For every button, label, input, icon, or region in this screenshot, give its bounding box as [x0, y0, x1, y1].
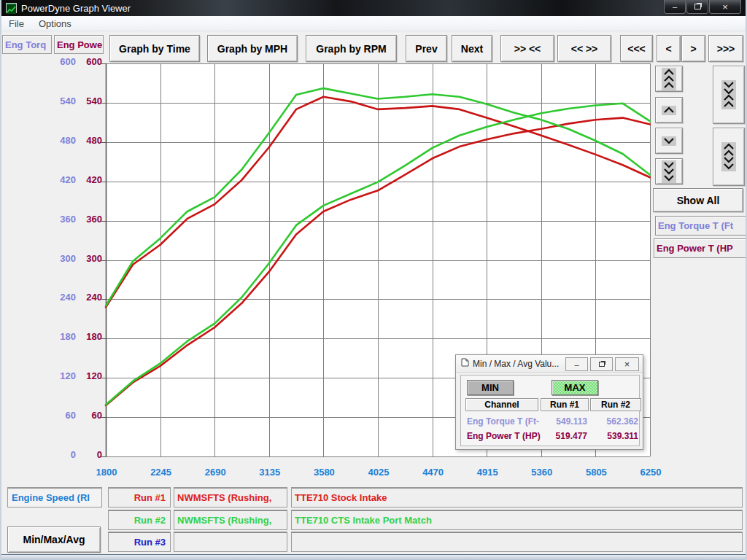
- row-torque-run1: 549.113: [542, 416, 587, 427]
- minmaxavg-button[interactable]: Min/Max/Avg: [7, 526, 101, 553]
- y-tick-power-240: 240: [66, 292, 102, 303]
- y-tick-power-180: 180: [66, 331, 102, 343]
- x-tick-2690: 2690: [193, 467, 238, 478]
- minmax-restore-button[interactable]: [590, 357, 613, 371]
- run-desc-1: TTE710 Stock Intake: [291, 487, 743, 508]
- menu-bar: File Options: [1, 16, 747, 31]
- row-torque-channel: Eng Torque T (Ft-: [467, 416, 539, 427]
- col-header-channel: Channel: [465, 398, 538, 411]
- col-header-run1: Run #1: [541, 398, 589, 411]
- toolbar-button-graph-by-mph[interactable]: Graph by MPH: [207, 35, 298, 62]
- tab-eng-torque[interactable]: Eng Torq: [2, 35, 52, 54]
- y-tick-power-360: 360: [66, 214, 102, 225]
- window-bottom-frame: [1, 554, 747, 560]
- y-tick-power-540: 540: [66, 96, 102, 107]
- max-button[interactable]: MAX: [551, 380, 598, 395]
- y-tick-power-60: 60: [66, 410, 102, 421]
- x-tick-4470: 4470: [411, 467, 456, 478]
- scroll-down-icon: [662, 136, 676, 146]
- run-file-1: NWMSFTS (Rushing,: [174, 487, 287, 508]
- toolbar-button-graph-by-time[interactable]: Graph by Time: [109, 35, 200, 62]
- minmax-close-button[interactable]: ×: [615, 357, 639, 371]
- minmax-title: Min / Max / Avg Valu...: [473, 359, 559, 369]
- run-label-2[interactable]: Run #2: [108, 510, 171, 530]
- scroll-up-fast-icon: [662, 68, 676, 90]
- run-desc-3: [291, 532, 743, 552]
- x-tick-3580: 3580: [301, 467, 347, 478]
- show-all-button[interactable]: Show All: [653, 188, 743, 212]
- window-title: PowerDyne Graph Viewer: [21, 3, 131, 14]
- row-torque-run2: 562.362: [592, 416, 638, 427]
- row-power-run1: 519.477: [542, 431, 587, 441]
- menu-file[interactable]: File: [1, 17, 31, 31]
- run-desc-2: TTE710 CTS Intake Port Match: [291, 510, 743, 530]
- run-file-2: NWMSFTS (Rushing,: [174, 510, 287, 530]
- x-tick-5805: 5805: [573, 467, 619, 478]
- app-icon: [6, 3, 17, 13]
- row-power-channel: Eng Power T (HP): [467, 431, 541, 441]
- minmax-window[interactable]: Min / Max / Avg Valu... – × MIN MAX Chan…: [455, 354, 643, 450]
- x-tick-4025: 4025: [356, 467, 401, 478]
- scroll-up-icon: [662, 106, 676, 115]
- x-tick-2245: 2245: [139, 467, 184, 478]
- document-icon: [461, 358, 469, 369]
- x-axis-channel-button[interactable]: Engine Speed (RI: [7, 487, 102, 508]
- expand-vertical-button[interactable]: [713, 128, 745, 186]
- restore-button[interactable]: [686, 0, 708, 14]
- powerdyne-window: PowerDyne Graph Viewer – × File Options …: [0, 0, 747, 560]
- scroll-down-button[interactable]: [655, 128, 683, 154]
- y-tick-power-300: 300: [66, 253, 102, 265]
- channel-button-eng-torque[interactable]: Eng Torque T (Ft: [655, 216, 747, 236]
- row-power-run2: 539.311: [592, 431, 638, 441]
- x-tick-1800: 1800: [84, 467, 129, 478]
- col-header-run2: Run #2: [590, 398, 641, 411]
- scroll-down-fast-button[interactable]: [655, 158, 683, 184]
- scroll-down-fast-icon: [662, 160, 676, 183]
- title-bar[interactable]: PowerDyne Graph Viewer – ×: [1, 0, 747, 16]
- toolbar-button-prev[interactable]: Prev: [406, 35, 447, 62]
- scroll-up-fast-button[interactable]: [655, 66, 683, 92]
- x-tick-3135: 3135: [247, 467, 293, 478]
- y-tick-power-480: 480: [66, 135, 102, 147]
- run-file-3: [174, 532, 287, 552]
- y-tick-power-420: 420: [66, 174, 102, 186]
- minmax-titlebar[interactable]: Min / Max / Avg Valu... – ×: [456, 355, 643, 373]
- y-tick-power-120: 120: [66, 370, 102, 382]
- run-label-3[interactable]: Run #3: [108, 532, 171, 552]
- toolbar-button-[interactable]: >>>: [708, 35, 743, 62]
- tab-eng-power[interactable]: Eng Powe: [54, 35, 104, 54]
- toolbar-button-[interactable]: <: [657, 35, 681, 62]
- toolbar-button-[interactable]: >: [681, 35, 705, 62]
- channel-button-eng-power[interactable]: Eng Power T (HP: [654, 238, 747, 258]
- x-tick-6250: 6250: [628, 467, 673, 478]
- scroll-up-button[interactable]: [655, 97, 683, 123]
- menu-options[interactable]: Options: [31, 17, 79, 31]
- x-tick-5360: 5360: [519, 467, 565, 478]
- toolbar-button-graph-by-rpm[interactable]: Graph by RPM: [306, 35, 397, 62]
- min-button[interactable]: MIN: [467, 380, 514, 395]
- toolbar-button-next[interactable]: Next: [452, 35, 492, 62]
- y-tick-power-0: 0: [66, 449, 102, 461]
- collapse-vertical-icon: [721, 80, 736, 109]
- collapse-vertical-button[interactable]: [713, 66, 745, 124]
- minmax-minimize-button[interactable]: –: [565, 357, 588, 371]
- toolbar-button-[interactable]: << >>: [557, 35, 611, 62]
- toolbar-button-[interactable]: >> <<: [500, 35, 554, 62]
- toolbar-button-[interactable]: <<<: [620, 35, 653, 62]
- expand-vertical-icon: [721, 142, 736, 171]
- minimize-button[interactable]: –: [664, 0, 686, 14]
- x-tick-4915: 4915: [465, 467, 510, 478]
- y-tick-power-600: 600: [66, 56, 102, 68]
- close-button[interactable]: ×: [709, 0, 741, 14]
- run-label-1[interactable]: Run #1: [108, 487, 171, 508]
